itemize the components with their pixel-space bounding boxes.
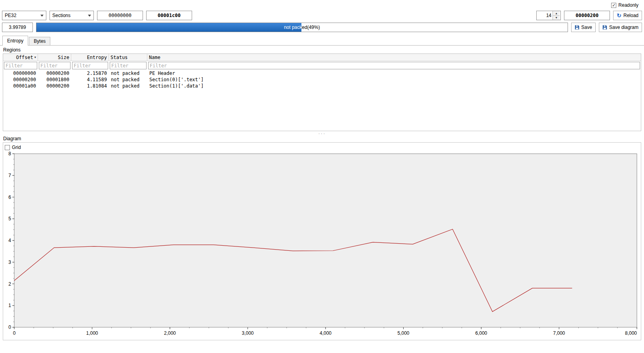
save-diagram-button[interactable]: Save diagram (599, 23, 642, 32)
svg-text:7,000: 7,000 (553, 330, 565, 336)
svg-text:8,000: 8,000 (625, 330, 637, 336)
tab-entropy-label: Entropy (7, 38, 23, 44)
table-row[interactable]: 00000000 00000200 2.15870 not packed PE … (3, 70, 641, 76)
cell-name: Section(1)['.data'] (147, 83, 641, 89)
svg-text:3: 3 (8, 260, 11, 265)
diagram-section-label: Diagram (0, 136, 644, 142)
column-header-size[interactable]: Size (38, 54, 71, 61)
svg-text:3,000: 3,000 (242, 330, 253, 336)
filter-offset-input[interactable] (4, 62, 37, 69)
svg-text:6,000: 6,000 (475, 330, 487, 336)
toolbar-progress: not packed(49%) not packed(49%) Save Sav… (0, 22, 644, 32)
count-spinbox: ▲ ▼ (536, 11, 561, 20)
entropy-total-input[interactable] (4, 24, 31, 31)
regions-table-header: Offset ▼ Size Entropy Status Name (3, 54, 641, 61)
checkbox-empty-icon: ✓ (5, 145, 10, 150)
cell-size: 00001800 (38, 76, 71, 83)
entropy-progressbar: not packed(49%) not packed(49%) (36, 23, 568, 32)
offset-input[interactable] (99, 12, 141, 19)
cell-offset: 00001a00 (3, 83, 38, 89)
tab-bar: Entropy Bytes (0, 35, 644, 46)
column-header-name[interactable]: Name (147, 54, 641, 61)
tab-bytes[interactable]: Bytes (29, 37, 50, 45)
cell-offset: 00000200 (3, 76, 38, 83)
reload-icon: ↻ (617, 13, 621, 18)
cell-size: 00000200 (38, 70, 71, 76)
tab-bytes-label: Bytes (34, 38, 46, 44)
cell-name: PE Header (147, 70, 641, 76)
filter-entropy-input[interactable] (72, 62, 108, 69)
svg-text:2: 2 (8, 281, 11, 287)
cell-entropy: 2.15870 (71, 70, 109, 76)
progress-label-light: not packed(49%) (36, 23, 301, 32)
svg-text:0: 0 (13, 330, 16, 336)
column-header-offset-label: Offset (16, 55, 33, 60)
floppy-save-diagram-icon (602, 25, 607, 30)
toolbar-top: PE32 Sections ▲ ▼ ↻ (0, 10, 644, 21)
spin-buttons: ▲ ▼ (553, 11, 560, 20)
cell-status: not packed (109, 83, 147, 89)
reload-button[interactable]: ↻ Reload (613, 11, 642, 20)
svg-text:0: 0 (8, 324, 11, 330)
svg-text:6: 6 (8, 195, 11, 200)
entropy-line-chart: 01234567801,0002,0003,0004,0005,0006,000… (4, 151, 640, 339)
readonly-checkbox[interactable]: ✓ Readonly (611, 2, 638, 8)
column-header-offset[interactable]: Offset ▼ (3, 54, 38, 61)
cell-name: Section(0)['.text'] (147, 76, 641, 83)
cell-status: not packed (109, 70, 147, 76)
svg-text:4: 4 (8, 238, 11, 243)
svg-text:2,000: 2,000 (164, 330, 176, 336)
save-button-label: Save (581, 25, 592, 30)
filter-status-input[interactable] (110, 62, 147, 69)
tab-entropy[interactable]: Entropy (2, 36, 28, 46)
filetype-combo-value: PE32 (5, 13, 16, 18)
grid-checkbox[interactable]: ✓ Grid (5, 145, 21, 150)
progress-fill: not packed(49%) (36, 23, 301, 32)
entropy-total-field (2, 23, 33, 32)
page-size-field (564, 11, 610, 20)
svg-text:5,000: 5,000 (397, 330, 409, 336)
size-input[interactable] (148, 12, 190, 19)
cell-status: not packed (109, 76, 147, 83)
filter-name-input[interactable] (148, 62, 640, 69)
filetype-combo[interactable]: PE32 (2, 11, 46, 20)
reload-button-label: Reload (623, 13, 638, 18)
entropy-chart-area: 01234567801,0002,0003,0004,0005,0006,000… (3, 151, 641, 340)
spin-up-icon[interactable]: ▲ (553, 11, 560, 15)
cell-entropy: 4.11589 (71, 76, 109, 83)
size-field (146, 11, 192, 20)
floppy-save-icon (575, 25, 579, 30)
spin-down-icon[interactable]: ▼ (553, 15, 560, 20)
cell-entropy: 1.81084 (71, 83, 109, 89)
svg-text:8: 8 (8, 151, 11, 156)
column-header-entropy[interactable]: Entropy (71, 54, 109, 61)
regions-section-label: Regions (0, 46, 644, 53)
grid-label: Grid (12, 145, 21, 150)
chevron-down-icon (40, 15, 44, 17)
die-entropy-window: ✓ Readonly PE32 Sections ▲ ▼ (0, 0, 644, 340)
svg-text:7: 7 (8, 173, 11, 178)
save-button[interactable]: Save (571, 23, 596, 32)
page-size-input[interactable] (566, 12, 608, 19)
checkbox-check-icon: ✓ (611, 3, 616, 8)
table-row[interactable]: 00001a00 00000200 1.81084 not packed Sec… (3, 83, 641, 89)
svg-text:4,000: 4,000 (320, 330, 332, 336)
filter-size-input[interactable] (39, 62, 70, 69)
column-header-size-label: Size (58, 55, 69, 60)
cell-size: 00000200 (38, 83, 71, 89)
readonly-label: Readonly (618, 2, 638, 8)
region-mode-combo-value: Sections (52, 13, 70, 18)
sort-desc-icon: ▼ (34, 56, 36, 59)
region-mode-combo[interactable]: Sections (50, 11, 94, 20)
column-header-status[interactable]: Status (109, 54, 147, 61)
count-spin-input[interactable] (537, 11, 553, 20)
table-row[interactable]: 00000200 00001800 4.11589 not packed Sec… (3, 76, 641, 83)
offset-field (97, 11, 143, 20)
column-header-status-label: Status (111, 55, 128, 60)
diagram-panel: ✓ Grid 01234567801,0002,0003,0004,0005,0… (3, 142, 641, 340)
svg-text:1: 1 (8, 303, 11, 308)
cell-offset: 00000000 (3, 70, 38, 76)
svg-text:5: 5 (8, 216, 11, 221)
splitter-handle[interactable]: ··· (0, 131, 644, 136)
chevron-down-icon (88, 15, 91, 17)
